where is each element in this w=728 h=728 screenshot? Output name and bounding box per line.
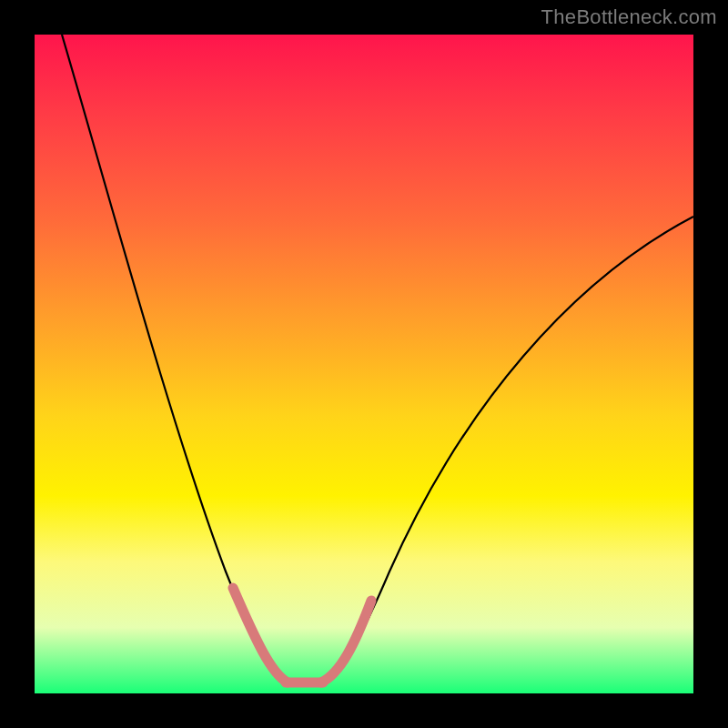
highlight-left	[233, 588, 288, 682]
curve-path	[62, 35, 693, 682]
bottleneck-curve	[35, 35, 693, 693]
highlight-right	[321, 601, 371, 682]
plot-area	[35, 35, 693, 693]
chart-frame: TheBottleneck.com	[0, 0, 728, 728]
watermark: TheBottleneck.com	[541, 5, 717, 29]
